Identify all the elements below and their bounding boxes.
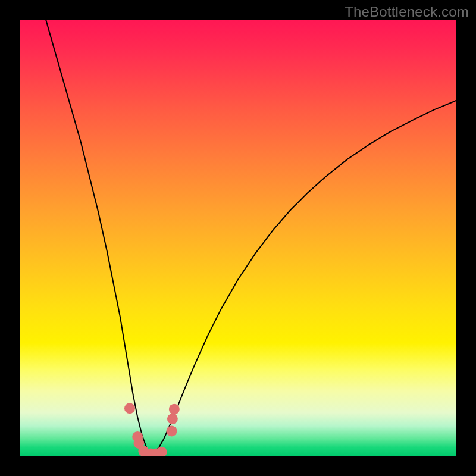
curve-layer xyxy=(46,20,456,454)
plot-area xyxy=(20,20,456,456)
marker-point xyxy=(169,404,180,415)
series-right-branch xyxy=(151,101,456,455)
chart-frame: TheBottleneck.com xyxy=(0,0,476,476)
marker-point xyxy=(167,414,178,424)
series-left-branch xyxy=(46,20,151,454)
watermark-text: TheBottleneck.com xyxy=(345,4,469,20)
chart-svg xyxy=(20,20,456,456)
marker-point xyxy=(124,403,135,414)
marker-layer xyxy=(124,403,180,456)
marker-point xyxy=(166,425,177,436)
